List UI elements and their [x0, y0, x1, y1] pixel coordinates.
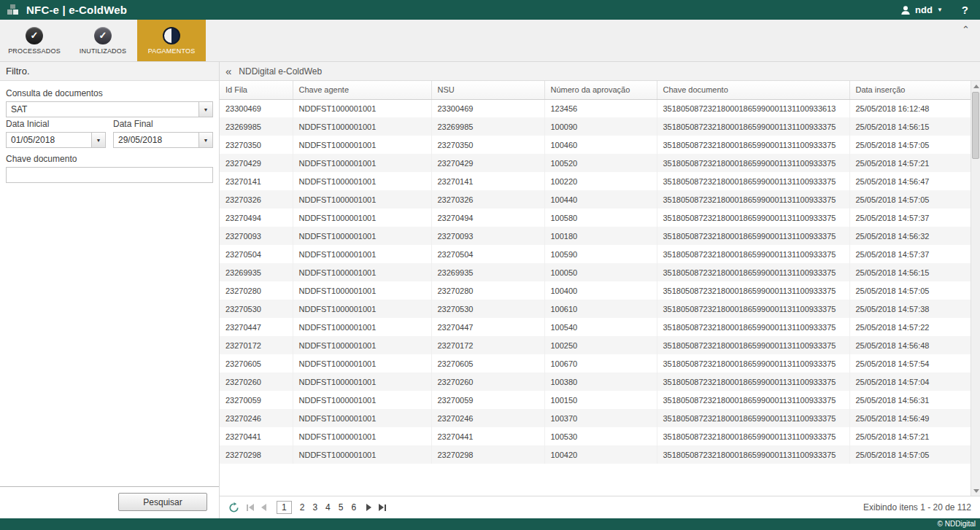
table-row[interactable]: 23270260NDDFST10000010012327026010038035…	[220, 373, 971, 391]
table-cell: 23270298	[220, 445, 293, 464]
page-number[interactable]: 5	[339, 502, 344, 513]
table-cell: 25/05/2018 14:56:32	[849, 227, 971, 245]
table-row[interactable]: 23270172NDDFST10000010012327017210025035…	[220, 336, 971, 354]
page-number[interactable]: 6	[351, 502, 356, 513]
column-header[interactable]: NSU	[431, 81, 544, 99]
chave-documento-label: Chave documento	[6, 154, 213, 164]
pager-status: Exibindo itens 1 - 20 de 112	[863, 502, 971, 513]
filter-panel: Filtro. Consulta de documentos SAT ▼ Dat…	[0, 62, 220, 518]
search-button[interactable]: Pesquisar	[118, 493, 207, 511]
table-row[interactable]: 23270246NDDFST10000010012327024610037035…	[220, 409, 971, 427]
chevron-down-icon[interactable]: ▼	[198, 133, 212, 147]
chevron-down-icon[interactable]: ▼	[198, 102, 212, 117]
user-name: ndd	[915, 4, 933, 15]
table-cell: 23270429	[431, 154, 544, 172]
table-row[interactable]: 23269935NDDFST10000010012326993510005035…	[220, 263, 971, 281]
scroll-down-icon[interactable]	[971, 486, 980, 496]
table-row[interactable]: 23270141NDDFST10000010012327014110022035…	[220, 172, 971, 190]
table-cell: 25/05/2018 14:56:48	[849, 336, 971, 354]
table-cell: NDDFST1000001001	[293, 227, 431, 245]
table-row[interactable]: 23300469NDDFST10000010012330046912345635…	[220, 99, 971, 117]
table-cell: 25/05/2018 14:57:37	[849, 245, 971, 263]
table-row[interactable]: 23270530NDDFST10000010012327053010061035…	[220, 300, 971, 318]
column-header[interactable]: Chave agente	[293, 81, 431, 99]
first-page-icon[interactable]	[247, 504, 254, 511]
table-cell: 23270246	[220, 409, 293, 427]
table-row[interactable]: 23270447NDDFST10000010012327044710054035…	[220, 318, 971, 336]
table-cell: 100180	[544, 227, 657, 245]
table-header-row: Id FilaChave agenteNSUNúmero da aprovaçã…	[220, 81, 971, 99]
tab-inutilizados[interactable]: ✓ INUTILIZADOS	[69, 20, 137, 61]
table-cell: 23270504	[431, 245, 544, 263]
table-row[interactable]: 23270350NDDFST10000010012327035010046035…	[220, 136, 971, 154]
table-cell: 23269985	[431, 117, 544, 136]
chave-documento-input[interactable]	[6, 167, 213, 183]
column-header[interactable]: Data inserção	[849, 81, 971, 99]
page-number[interactable]: 1	[277, 501, 292, 514]
consulta-select-value: SAT	[7, 102, 198, 117]
refresh-icon[interactable]	[228, 502, 239, 513]
scroll-up-icon[interactable]	[971, 81, 980, 91]
scrollbar-thumb[interactable]	[972, 92, 979, 159]
chevron-down-icon[interactable]: ▼	[91, 133, 105, 147]
table-cell: 100050	[544, 263, 657, 281]
table-row[interactable]: 23269985NDDFST10000010012326998510009035…	[220, 117, 971, 136]
table-cell: 23270280	[431, 281, 544, 300]
table-cell: 23270326	[220, 190, 293, 209]
table-cell: 25/05/2018 14:57:21	[849, 427, 971, 445]
table-cell: 100530	[544, 427, 657, 445]
table-row[interactable]: 23270429NDDFST10000010012327042910052035…	[220, 154, 971, 172]
table-cell: NDDFST1000001001	[293, 427, 431, 445]
table-cell: 100590	[544, 245, 657, 263]
user-menu[interactable]: ndd ▼	[900, 4, 943, 15]
table-row[interactable]: 23270504NDDFST10000010012327050410059035…	[220, 245, 971, 263]
table-cell: NDDFST1000001001	[293, 354, 431, 373]
table-row[interactable]: 23270093NDDFST10000010012327009310018035…	[220, 227, 971, 245]
table-cell: 123456	[544, 99, 657, 117]
column-header[interactable]: Id Fila	[220, 81, 293, 99]
page-number[interactable]: 2	[300, 502, 305, 513]
table-row[interactable]: 23270441NDDFST10000010012327044110053035…	[220, 427, 971, 445]
table-cell: 25/05/2018 14:56:47	[849, 172, 971, 190]
table-cell: 351805087232180001865990001131100933375	[657, 227, 849, 245]
table-cell: 100420	[544, 445, 657, 464]
table-cell: 23270172	[220, 336, 293, 354]
table-cell: NDDFST1000001001	[293, 300, 431, 318]
table-cell: 351805087232180001865990001131100933613	[657, 99, 849, 117]
table-cell: 23270350	[220, 136, 293, 154]
collapse-toolbar-icon[interactable]: ⌃	[952, 20, 980, 39]
table-row[interactable]: 23270298NDDFST10000010012327029810042035…	[220, 445, 971, 464]
vertical-scrollbar[interactable]	[971, 81, 980, 496]
table-row[interactable]: 23270059NDDFST10000010012327005910015035…	[220, 391, 971, 409]
table-cell: 23269985	[220, 117, 293, 136]
payment-circle-icon	[163, 27, 180, 44]
help-button[interactable]: ?	[962, 4, 968, 16]
table-cell: 100540	[544, 318, 657, 336]
table-cell: 25/05/2018 14:57:04	[849, 373, 971, 391]
tab-processados[interactable]: ✓ PROCESSADOS	[0, 20, 69, 61]
table-row[interactable]: 23270280NDDFST10000010012327028010040035…	[220, 281, 971, 300]
last-page-icon[interactable]	[379, 504, 386, 511]
table-cell: 25/05/2018 14:57:05	[849, 190, 971, 209]
collapse-filter-icon[interactable]: «	[225, 66, 231, 77]
table-row[interactable]: 23270605NDDFST10000010012327060510067035…	[220, 354, 971, 373]
page-number[interactable]: 3	[312, 502, 317, 513]
page-number[interactable]: 4	[325, 502, 331, 513]
previous-page-icon[interactable]	[261, 504, 266, 511]
table-cell: 23270260	[220, 373, 293, 391]
data-inicial-field[interactable]: 01/05/2018 ▼	[6, 132, 106, 148]
next-page-icon[interactable]	[366, 504, 371, 511]
column-header[interactable]: Chave documento	[657, 81, 849, 99]
table-cell: 25/05/2018 14:56:49	[849, 409, 971, 427]
table-cell: 25/05/2018 14:57:05	[849, 136, 971, 154]
table-cell: 351805087232180001865990001131100933375	[657, 300, 849, 318]
table-row[interactable]: 23270494NDDFST10000010012327049410058035…	[220, 209, 971, 227]
table-cell: 351805087232180001865990001131100933375	[657, 245, 849, 263]
data-final-field[interactable]: 29/05/2018 ▼	[113, 132, 213, 148]
table-cell: 23270441	[431, 427, 544, 445]
tab-pagamentos[interactable]: PAGAMENTOS	[137, 20, 206, 61]
column-header[interactable]: Número da aprovação	[544, 81, 657, 99]
table-row[interactable]: 23270326NDDFST10000010012327032610044035…	[220, 190, 971, 209]
consulta-select[interactable]: SAT ▼	[6, 101, 213, 117]
copyright: © NDDigital	[938, 520, 976, 528]
